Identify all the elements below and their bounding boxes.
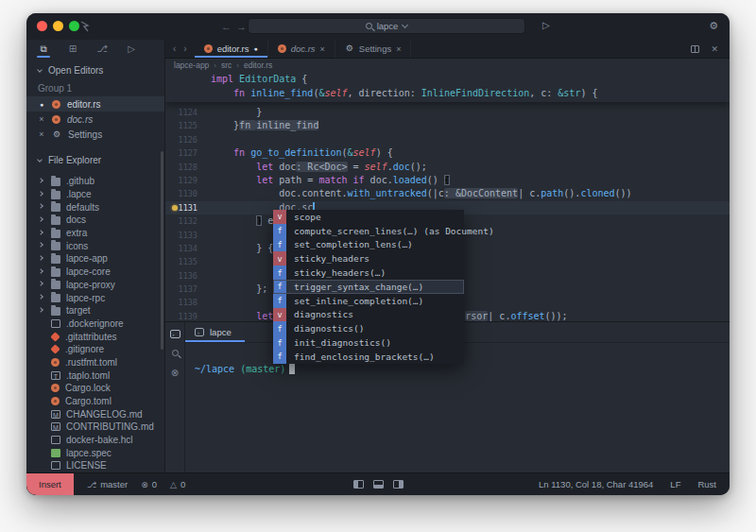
tree-item-.lapce[interactable]: .lapce	[26, 188, 164, 201]
code-segment: , direction:	[348, 88, 421, 98]
tree-item-docs[interactable]: docs	[26, 214, 164, 227]
completion-item-sticky_headers[interactable]: vsticky_headers	[273, 251, 464, 266]
toggle-left-panel-icon[interactable]	[353, 480, 364, 489]
completion-item-find_enclosing_brackets(…)[interactable]: ffind_enclosing_brackets(…)	[273, 350, 464, 364]
command-palette-search[interactable]: lapce	[248, 18, 525, 34]
mode-badge[interactable]: Insert	[26, 473, 74, 495]
window-minimize-button[interactable]	[53, 21, 63, 31]
md-file-icon: M	[51, 410, 60, 419]
tree-item-extra[interactable]: extra	[26, 227, 164, 240]
breadcrumb-segment[interactable]: editor.rs	[244, 60, 272, 70]
history-back-icon[interactable]: ←	[221, 20, 232, 33]
toggle-bottom-panel-icon[interactable]	[373, 480, 384, 489]
code-segment: {	[301, 74, 307, 84]
tree-item-target[interactable]: target	[26, 304, 164, 317]
tab-forward-icon[interactable]: ›	[183, 43, 186, 54]
tab-doc.rs[interactable]: doc.rs×	[268, 40, 335, 58]
tree-item-lapce-core[interactable]: lapce-core	[26, 266, 164, 279]
completion-item-diagnostics[interactable]: vdiagnostics	[273, 308, 464, 322]
tree-item-.github[interactable]: .github	[26, 175, 164, 188]
open-editor-doc.rs[interactable]: ×doc.rs	[26, 112, 164, 127]
source-control-icon[interactable]: ⎇	[95, 43, 109, 55]
terminal-tab[interactable]: › lapce	[185, 322, 245, 342]
run-button[interactable]: ▷	[542, 20, 550, 30]
tree-item-defaults[interactable]: defaults	[26, 200, 164, 214]
cursor-position[interactable]: Ln 1130, Col 18, Char 41964	[539, 479, 653, 489]
code-segment: self	[353, 147, 376, 158]
tree-item-.gitattributes[interactable]: .gitattributes	[26, 330, 164, 343]
close-tab-icon[interactable]: ×	[320, 44, 325, 54]
modified-dot-icon[interactable]: ●	[38, 101, 45, 108]
breadcrumb-segment[interactable]: src	[221, 60, 232, 70]
completion-item-set_completion_lens(…)[interactable]: fset_completion_lens(…)	[273, 238, 464, 252]
problems-panel-icon[interactable]: ⊗	[171, 368, 179, 378]
tree-item-lapce-rpc[interactable]: lapce-rpc	[26, 291, 164, 304]
status-bar: Insert ⎇ master ⊗ 0 △ 0 Ln 1130, Col 18,…	[26, 472, 730, 495]
completion-item-trigger_syntax_change(…)[interactable]: ftrigger_syntax_change(…)	[273, 280, 464, 294]
tree-item-.rustfmt.toml[interactable]: .rustfmt.toml	[26, 356, 164, 369]
close-icon[interactable]: ×	[38, 129, 45, 139]
tab-Settings[interactable]: ⚙Settings×	[335, 40, 412, 58]
tree-item-label: defaults	[66, 202, 99, 213]
tree-item-CHANGELOG.md[interactable]: MCHANGELOG.md	[26, 407, 164, 420]
completion-item-diagnostics()[interactable]: fdiagnostics()	[273, 321, 464, 335]
warning-count[interactable]: △ 0	[170, 479, 185, 489]
eol-indicator[interactable]: LF	[670, 479, 680, 489]
code-segment: self	[324, 88, 347, 98]
tab-back-icon[interactable]: ‹	[173, 43, 176, 54]
modified-dot-icon[interactable]: ●	[253, 45, 257, 52]
tree-item-docker-bake.hcl[interactable]: docker-bake.hcl	[26, 434, 164, 447]
toggle-right-panel-icon[interactable]	[393, 480, 404, 489]
breadcrumb-segment[interactable]: lapce-app	[174, 60, 209, 70]
git-branch-indicator[interactable]: ⎇ master	[87, 479, 128, 489]
sidebar-scrollbar[interactable]	[161, 151, 163, 350]
tree-item-lapce.spec[interactable]: lapce.spec	[26, 446, 164, 459]
tree-item-lapce-proxy[interactable]: lapce-proxy	[26, 279, 164, 292]
tree-item-.taplo.toml[interactable]: T.taplo.toml	[26, 369, 164, 382]
lightbulb-icon[interactable]	[172, 205, 178, 211]
file-explorer-header[interactable]: File Explorer	[26, 142, 164, 169]
file-file-icon	[51, 319, 60, 328]
completion-label: sticky_headers(…)	[286, 266, 464, 280]
completion-item-scope[interactable]: vscope	[273, 210, 464, 224]
completion-item-compute_screen_lines(…) (as Document)[interactable]: fcompute_screen_lines(…) (as Document)	[273, 224, 464, 238]
tab-editor.rs[interactable]: editor.rs●	[195, 40, 268, 58]
close-tab-icon[interactable]: ×	[396, 44, 401, 54]
window-close-button[interactable]	[37, 21, 47, 31]
plugins-icon[interactable]: ⊞	[66, 43, 79, 55]
code-segment	[211, 311, 256, 321]
history-forward-icon[interactable]: →	[236, 20, 247, 33]
tree-item-.gitignore[interactable]: .gitignore	[26, 343, 164, 356]
language-indicator[interactable]: Rust	[697, 479, 716, 489]
line-number: 1130	[165, 187, 211, 200]
completion-label: scope	[286, 210, 464, 224]
tab-label: editor.rs	[217, 43, 249, 54]
code-line-1125: 1125 }fn inline_find	[165, 119, 730, 132]
completion-item-sticky_headers(…)[interactable]: fsticky_headers(…)	[273, 266, 464, 280]
settings-gear-icon[interactable]: ⚙	[709, 20, 718, 32]
tree-item-lapce-app[interactable]: lapce-app	[26, 252, 164, 266]
function-kind-icon: f	[273, 224, 286, 238]
tree-item-Cargo.lock[interactable]: Cargo.lock	[26, 382, 164, 395]
tree-item-.dockerignore[interactable]: .dockerignore	[26, 317, 164, 331]
tree-item-icons[interactable]: icons	[26, 239, 164, 252]
chevron-right-icon	[38, 178, 43, 183]
code-segment: , c:	[529, 88, 558, 98]
split-editor-icon[interactable]	[691, 45, 699, 53]
open-editors-header[interactable]: Open Editors	[26, 58, 164, 79]
close-editor-icon[interactable]: ✕	[711, 44, 718, 54]
completion-item-init_diagnostics()[interactable]: finit_diagnostics()	[273, 335, 464, 350]
search-panel-icon[interactable]	[172, 350, 179, 356]
open-editor-editor.rs[interactable]: ●editor.rs	[26, 96, 164, 112]
file-explorer-icon[interactable]: ⧉	[37, 43, 50, 55]
debug-icon[interactable]: ▷	[125, 43, 138, 55]
open-editor-Settings[interactable]: ×⚙Settings	[26, 127, 164, 142]
tree-item-LICENSE[interactable]: LICENSE	[26, 459, 164, 472]
tree-item-Cargo.toml[interactable]: Cargo.toml	[26, 395, 164, 408]
code-segment: : &DocContent	[444, 188, 518, 198]
terminal-panel-icon[interactable]: ›	[170, 330, 180, 338]
completion-item-set_inline_completion(…)[interactable]: fset_inline_completion(…)	[273, 294, 464, 308]
tree-item-CONTRIBUTING.md[interactable]: MCONTRIBUTING.md	[26, 420, 164, 434]
error-count[interactable]: ⊗ 0	[141, 479, 157, 489]
close-icon[interactable]: ×	[38, 114, 45, 124]
